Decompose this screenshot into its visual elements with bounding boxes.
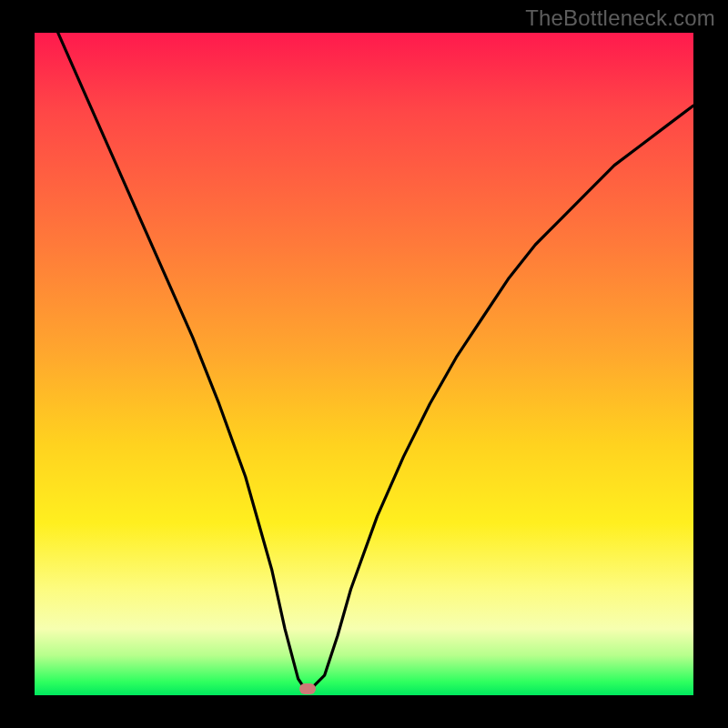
watermark-text: TheBottleneck.com [525, 5, 715, 31]
bottleneck-curve [35, 33, 693, 695]
chart-frame: TheBottleneck.com [0, 0, 728, 728]
plot-area [35, 33, 693, 695]
optimal-point-marker [299, 683, 316, 694]
